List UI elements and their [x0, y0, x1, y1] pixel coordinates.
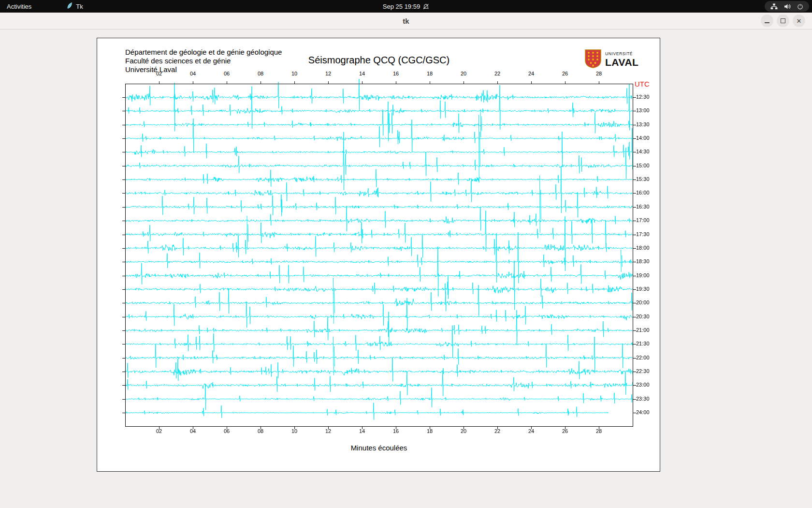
utc-time-label: 23:30: [636, 396, 658, 402]
utc-time-label: 23:00: [636, 382, 658, 388]
seismograph-panel: Département de géologie et de génie géol…: [97, 38, 660, 472]
x-tick-label: 22: [492, 71, 503, 76]
x-tick-label: 24: [526, 71, 536, 76]
utc-time-label: 17:00: [636, 217, 658, 223]
utc-time-label: 22:30: [636, 368, 658, 374]
minimize-icon: [765, 22, 769, 23]
x-tick-label: 14: [357, 71, 367, 76]
x-tick-label: 12: [323, 428, 334, 434]
logo-text-top: UNIVERSITÉ: [605, 52, 638, 56]
close-icon: ✕: [797, 18, 802, 24]
notifications-muted-icon: [423, 3, 429, 10]
utc-time-label: 19:30: [636, 286, 658, 292]
x-tick-label: 28: [594, 71, 604, 76]
x-tick-label: 26: [560, 71, 570, 76]
utc-time-label: 22:00: [636, 355, 658, 360]
utc-time-label: 16:00: [636, 190, 658, 195]
maximize-button[interactable]: [777, 15, 789, 27]
x-axis-title: Minutes écoulées: [125, 444, 633, 452]
utc-time-label: 15:30: [636, 176, 658, 182]
x-tick-label: 10: [289, 428, 300, 434]
utc-time-label: 21:30: [636, 341, 658, 346]
clock-button[interactable]: Sep 25 19:59: [377, 0, 435, 13]
x-tick-label: 22: [492, 428, 503, 434]
maximize-icon: [781, 18, 785, 23]
x-tick-label: 28: [594, 428, 604, 434]
x-tick-label: 18: [424, 71, 435, 76]
utc-time-label: 14:00: [636, 135, 658, 141]
volume-icon: [784, 3, 791, 10]
network-icon: [770, 3, 778, 10]
x-tick-label: 12: [323, 71, 334, 76]
x-tick-label: 10: [289, 71, 300, 76]
power-icon: [797, 3, 803, 10]
x-tick-label: 26: [560, 428, 570, 434]
desktop: Activities Tk Sep 25 19:59: [0, 0, 812, 508]
laval-shield-icon: [584, 49, 602, 70]
clock-label: Sep 25 19:59: [383, 3, 420, 10]
x-tick-label: 08: [255, 428, 266, 434]
helicorder-canvas: [116, 79, 642, 433]
x-tick-label: 08: [255, 71, 266, 76]
utc-time-label: 13:30: [636, 121, 658, 127]
x-tick-label: 20: [458, 71, 469, 76]
window-titlebar[interactable]: tk ✕: [0, 13, 812, 30]
utc-time-label: 19:00: [636, 272, 658, 278]
x-tick-label: 06: [221, 71, 232, 76]
logo-text-bottom: LAVAL: [605, 57, 638, 67]
utc-time-label: 12:30: [636, 94, 658, 100]
top-bar: Activities Tk Sep 25 19:59: [0, 0, 812, 13]
utc-time-label: 18:30: [636, 258, 658, 264]
focused-app-indicator[interactable]: Tk: [60, 0, 88, 13]
x-tick-label: 04: [188, 428, 198, 434]
x-tick-label: 06: [221, 428, 232, 434]
x-tick-label: 18: [424, 428, 435, 434]
x-tick-label: 14: [357, 428, 367, 434]
focused-app-label: Tk: [76, 3, 83, 10]
universite-laval-logo: UNIVERSITÉ LAVAL: [584, 49, 638, 70]
plot-title: Séismographe QCQ (CGC/GSC): [125, 55, 633, 66]
activities-button[interactable]: Activities: [1, 0, 37, 13]
window-content: Département de géologie et de génie géol…: [0, 30, 812, 508]
utc-time-label: 15:00: [636, 163, 658, 168]
x-tick-label: 02: [154, 428, 164, 434]
utc-time-label: 18:00: [636, 245, 658, 251]
utc-time-label: 24:00: [636, 409, 658, 415]
x-tick-label: 16: [391, 71, 401, 76]
x-tick-label: 02: [154, 71, 164, 76]
x-tick-label: 04: [188, 71, 198, 76]
tk-app-icon: [66, 2, 73, 11]
utc-time-label: 13:00: [636, 107, 658, 113]
system-tray[interactable]: [765, 1, 809, 12]
utc-time-label: 21:00: [636, 327, 658, 333]
x-tick-label: 16: [391, 428, 401, 434]
utc-time-label: 16:30: [636, 204, 658, 209]
utc-time-label: 14:30: [636, 149, 658, 154]
window-title: tk: [403, 17, 409, 25]
x-tick-label: 24: [526, 428, 536, 434]
utc-time-label: 20:30: [636, 314, 658, 319]
utc-time-label: 20:00: [636, 299, 658, 305]
minimize-button[interactable]: [761, 15, 773, 27]
utc-time-label: 17:30: [636, 231, 658, 237]
x-tick-label: 20: [458, 428, 469, 434]
close-button[interactable]: ✕: [793, 15, 805, 27]
